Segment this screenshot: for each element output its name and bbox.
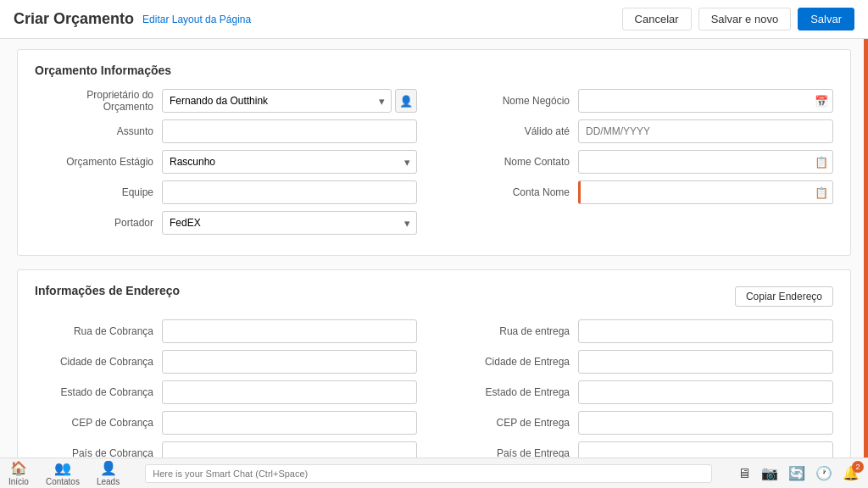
rua-cobranca-row: Rua de Cobrança xyxy=(35,319,417,343)
proprietario-label: Proprietário do Orçamento xyxy=(35,89,162,113)
taskbar-chat-wrapper xyxy=(145,464,712,483)
cep-cobranca-input[interactable] xyxy=(162,411,417,435)
equipe-label: Equipe xyxy=(35,186,162,198)
estagio-select[interactable]: Rascunho Entregue No Prelo Fechado Ganho… xyxy=(162,150,417,174)
rua-cobranca-input[interactable] xyxy=(162,319,417,343)
header: Criar Orçamento Editar Layout da Página … xyxy=(0,0,868,39)
taskbar-inicio[interactable]: 🏠 Início xyxy=(8,460,29,486)
estado-cobranca-input[interactable] xyxy=(162,380,417,404)
owner-wrapper: Fernando da Outthink 👤 xyxy=(162,89,417,113)
estagio-row: Orçamento Estágio Rascunho Entregue No P… xyxy=(35,150,417,174)
pais-cobranca-label: País de Cobrança xyxy=(35,447,162,458)
rua-entrega-label: Rua de entrega xyxy=(451,325,578,337)
nome-contato-row: Nome Contato 📋 xyxy=(451,150,833,174)
portador-select-wrapper: FedEX UPS USPS DHL xyxy=(162,211,417,235)
valido-ate-input[interactable] xyxy=(578,119,833,143)
account-icon[interactable]: 📋 xyxy=(815,186,828,199)
conta-nome-input[interactable] xyxy=(578,180,833,204)
orcamento-form-grid: Proprietário do Orçamento Fernando da Ou… xyxy=(35,89,833,241)
taskbar-inicio-label: Início xyxy=(8,477,29,486)
save-button[interactable]: Salvar xyxy=(798,8,854,30)
cancel-button[interactable]: Cancelar xyxy=(622,8,692,30)
proprietario-icon-button[interactable]: 👤 xyxy=(395,89,417,113)
estado-entrega-input[interactable] xyxy=(578,380,833,404)
estado-entrega-row: Estado de Entrega xyxy=(451,380,833,404)
pais-cobranca-input[interactable] xyxy=(162,441,417,458)
equipe-row: Equipe xyxy=(35,180,417,204)
pais-entrega-input[interactable] xyxy=(578,441,833,458)
cidade-cobranca-row: Cidade de Cobrança xyxy=(35,350,417,374)
nome-contato-wrapper: 📋 xyxy=(578,150,833,174)
nome-negocio-label: Nome Negócio xyxy=(451,95,578,107)
cidade-cobranca-input[interactable] xyxy=(162,350,417,374)
conta-nome-wrapper: 📋 xyxy=(578,180,833,204)
notification-badge: 2 xyxy=(852,461,864,473)
save-new-button[interactable]: Salvar e novo xyxy=(698,8,792,30)
pais-entrega-label: País de Entrega xyxy=(451,447,578,458)
smart-chat-input[interactable] xyxy=(145,464,712,483)
main-content: Orçamento Informações Proprietário do Or… xyxy=(0,39,868,458)
header-actions: Cancelar Salvar e novo Salvar xyxy=(622,8,854,30)
equipe-input[interactable] xyxy=(162,180,417,204)
valido-ate-label: Válido até xyxy=(451,125,578,137)
nome-negocio-input[interactable] xyxy=(578,89,833,113)
assunto-label: Assunto xyxy=(35,125,162,137)
page-title: Criar Orçamento xyxy=(14,10,134,28)
leads-icon: 👤 xyxy=(100,460,117,476)
rua-entrega-row: Rua de entrega xyxy=(451,319,833,343)
notification-icon[interactable]: 🔔 2 xyxy=(843,465,860,481)
camera-icon[interactable]: 📷 xyxy=(761,465,778,481)
refresh-icon[interactable]: 🔄 xyxy=(788,465,805,481)
assunto-input[interactable] xyxy=(162,119,417,143)
cidade-cobranca-label: Cidade de Cobrança xyxy=(35,356,162,368)
orcamento-info-title: Orçamento Informações xyxy=(35,64,833,77)
address-title: Informações de Endereço xyxy=(35,284,180,297)
copy-address-button[interactable]: Copiar Endereço xyxy=(735,286,833,307)
orcamento-info-section: Orçamento Informações Proprietário do Or… xyxy=(17,49,851,256)
estagio-label: Orçamento Estágio xyxy=(35,156,162,168)
estado-cobranca-label: Estado de Cobrança xyxy=(35,386,162,398)
cidade-entrega-input[interactable] xyxy=(578,350,833,374)
pais-cobranca-row: País de Cobrança xyxy=(35,441,417,458)
contacts-icon: 👥 xyxy=(54,460,71,476)
portador-select[interactable]: FedEX UPS USPS DHL xyxy=(162,211,417,235)
portador-label: Portador xyxy=(35,217,162,229)
monitor-icon[interactable]: 🖥 xyxy=(737,466,751,481)
taskbar: 🏠 Início 👥 Contatos 👤 Leads 🖥 📷 🔄 🕐 🔔 2 xyxy=(0,458,868,488)
estado-cobranca-row: Estado de Cobrança xyxy=(35,380,417,404)
nome-contato-input[interactable] xyxy=(578,150,833,174)
cep-entrega-label: CEP de Entrega xyxy=(451,417,578,429)
proprietario-select-wrapper: Fernando da Outthink xyxy=(162,89,392,113)
pais-entrega-row: País de Entrega xyxy=(451,441,833,458)
address-form-grid: Rua de Cobrança Cidade de Cobrança Estad… xyxy=(35,319,833,458)
entrega-column: Rua de entrega Cidade de Entrega Estado … xyxy=(451,319,833,458)
proprietario-select[interactable]: Fernando da Outthink xyxy=(162,89,392,113)
cobranca-column: Rua de Cobrança Cidade de Cobrança Estad… xyxy=(35,319,417,458)
estagio-select-wrapper: Rascunho Entregue No Prelo Fechado Ganho… xyxy=(162,150,417,174)
edit-layout-link[interactable]: Editar Layout da Página xyxy=(142,14,251,25)
header-left: Criar Orçamento Editar Layout da Página xyxy=(14,10,251,28)
taskbar-right: 🖥 📷 🔄 🕐 🔔 2 xyxy=(737,465,860,481)
contact-icon[interactable]: 📋 xyxy=(815,156,828,169)
main-wrapper: Orçamento Informações Proprietário do Or… xyxy=(0,39,868,458)
nome-negocio-wrapper: 📅 xyxy=(578,89,833,113)
clock-icon[interactable]: 🕐 xyxy=(815,465,832,481)
rua-entrega-input[interactable] xyxy=(578,319,833,343)
nome-contato-label: Nome Contato xyxy=(451,156,578,168)
taskbar-leads-label: Leads xyxy=(97,477,120,486)
taskbar-leads[interactable]: 👤 Leads xyxy=(97,460,120,486)
taskbar-contatos[interactable]: 👥 Contatos xyxy=(46,460,80,486)
nome-negocio-row: Nome Negócio 📅 xyxy=(451,89,833,113)
cidade-entrega-row: Cidade de Entrega xyxy=(451,350,833,374)
home-icon: 🏠 xyxy=(10,460,27,476)
cep-cobranca-row: CEP de Cobrança xyxy=(35,411,417,435)
address-header: Informações de Endereço Copiar Endereço xyxy=(35,284,833,309)
calendar-icon[interactable]: 📅 xyxy=(815,95,828,108)
rua-cobranca-label: Rua de Cobrança xyxy=(35,325,162,337)
cep-cobranca-label: CEP de Cobrança xyxy=(35,417,162,429)
conta-nome-row: Conta Nome 📋 xyxy=(451,180,833,204)
right-column: Nome Negócio 📅 Válido até Nome Contato xyxy=(451,89,833,241)
cep-entrega-input[interactable] xyxy=(578,411,833,435)
taskbar-contatos-label: Contatos xyxy=(46,477,80,486)
assunto-row: Assunto xyxy=(35,119,417,143)
